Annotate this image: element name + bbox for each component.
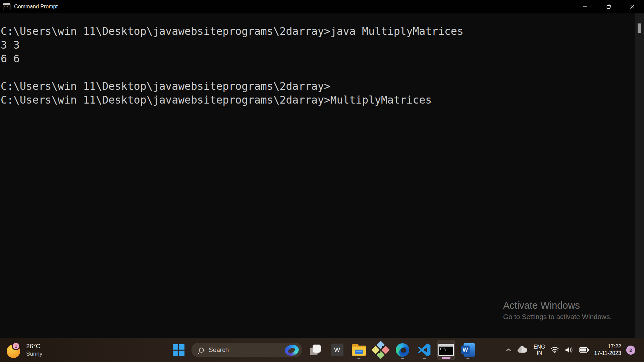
running-indicator xyxy=(467,358,470,359)
chevron-up-icon xyxy=(505,348,512,352)
wifi-button[interactable] xyxy=(550,346,559,354)
terminal-line: C:\Users\win 11\Desktop\javawebsiteprogr… xyxy=(1,93,631,107)
vscode-icon xyxy=(418,343,431,357)
cmd-window-icon: C:\. xyxy=(3,3,10,10)
taskbar: 1 26°C Sunny Search xyxy=(0,338,644,362)
language-line1: ENG xyxy=(534,344,545,350)
bing-icon[interactable] xyxy=(284,344,300,357)
weather-badge: 1 xyxy=(12,342,20,350)
task-view-icon xyxy=(310,345,321,355)
restore-button[interactable] xyxy=(597,0,621,13)
cmd-icon-text: C:\_ xyxy=(440,347,448,351)
caption-buttons xyxy=(574,0,644,13)
tray-chevron-button[interactable] xyxy=(505,348,512,352)
task-view-button[interactable] xyxy=(307,340,324,360)
terminal[interactable]: C:\Users\win 11\Desktop\javawebsiteprogr… xyxy=(0,13,644,338)
w-app-button[interactable]: W xyxy=(328,340,346,360)
terminal-line: C:\Users\win 11\Desktop\javawebsiteprogr… xyxy=(1,24,631,38)
folder-icon xyxy=(352,344,366,356)
running-indicator xyxy=(358,358,361,359)
edge-button[interactable] xyxy=(394,340,411,360)
terminal-output: C:\Users\win 11\Desktop\javawebsiteprogr… xyxy=(0,13,644,107)
terminal-line: 6 6 xyxy=(1,52,631,66)
weather-text: 26°C Sunny xyxy=(26,343,42,357)
search-icon xyxy=(199,348,204,353)
volume-icon xyxy=(565,346,574,354)
active-indicator xyxy=(442,357,450,359)
diamond-app-icon xyxy=(371,340,390,359)
language-line2: IN xyxy=(534,350,545,356)
cmd-window-icon-text: C:\. xyxy=(4,5,10,8)
weather-icon-wrap: 1 xyxy=(6,341,23,359)
scrollbar-thumb[interactable] xyxy=(638,23,641,33)
minimize-button[interactable] xyxy=(574,0,597,13)
titlebar: C:\. Command Prompt xyxy=(0,0,644,13)
restore-icon xyxy=(606,4,611,9)
clock[interactable]: 17:22 17-11-2023 xyxy=(594,343,621,357)
search-label: Search xyxy=(209,346,229,354)
battery-icon xyxy=(579,347,589,353)
desktop-screen: C:\. Command Prompt C:\Users\ xyxy=(0,0,644,362)
system-tray: ENG IN xyxy=(505,338,635,362)
taskbar-center: Search W xyxy=(170,338,477,362)
language-indicator[interactable]: ENG IN xyxy=(534,344,545,356)
edge-icon xyxy=(396,343,409,357)
diamond-app-button[interactable] xyxy=(372,340,389,360)
weather-widget[interactable]: 1 26°C Sunny xyxy=(6,338,42,362)
close-button[interactable] xyxy=(621,0,644,13)
wifi-icon xyxy=(550,346,559,354)
weather-condition: Sunny xyxy=(26,351,42,357)
terminal-line: C:\Users\win 11\Desktop\javawebsiteprogr… xyxy=(1,79,631,93)
terminal-line xyxy=(1,66,631,79)
cmd-icon: C:\_ xyxy=(438,344,454,356)
cmd-window-icon-bar xyxy=(3,4,10,5)
start-button[interactable] xyxy=(170,340,187,360)
windows-logo-icon xyxy=(173,344,184,356)
notification-badge[interactable]: 2 xyxy=(626,346,635,355)
activate-watermark: Activate Windows Go to Settings to activ… xyxy=(503,300,612,321)
window-title: Command Prompt xyxy=(14,4,58,10)
running-indicator xyxy=(401,358,404,359)
w-app-icon: W xyxy=(331,344,343,356)
cmd-taskbar-button[interactable]: C:\_ xyxy=(437,340,455,360)
onedrive-icon xyxy=(517,346,529,354)
onedrive-button[interactable] xyxy=(517,346,529,354)
running-indicator xyxy=(423,358,426,359)
clock-time: 17:22 xyxy=(594,343,621,350)
volume-button[interactable] xyxy=(565,346,574,354)
file-explorer-button[interactable] xyxy=(350,340,368,360)
word-icon: W xyxy=(461,343,475,357)
close-icon xyxy=(630,4,635,9)
weather-temperature: 26°C xyxy=(26,343,42,350)
terminal-line: 3 3 xyxy=(1,38,631,52)
activate-watermark-title: Activate Windows xyxy=(503,300,612,311)
word-icon-letter: W xyxy=(461,346,470,354)
vscode-button[interactable] xyxy=(416,340,433,360)
minimize-icon xyxy=(583,4,588,9)
battery-button[interactable] xyxy=(579,347,589,353)
search-box[interactable]: Search xyxy=(192,343,302,357)
word-button[interactable]: W xyxy=(459,340,477,360)
clock-date: 17-11-2023 xyxy=(594,350,621,357)
activate-watermark-subtitle: Go to Settings to activate Windows. xyxy=(503,313,612,321)
scrollbar[interactable] xyxy=(635,13,644,338)
